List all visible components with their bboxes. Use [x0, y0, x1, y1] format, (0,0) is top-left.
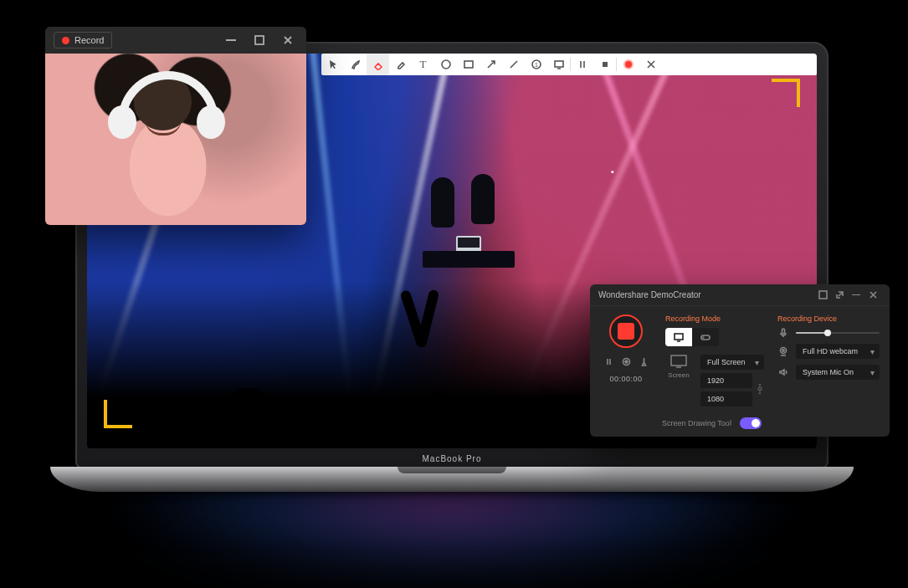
annotation-toolbar: T 1 [321, 54, 817, 75]
close-toolbar-button[interactable] [639, 54, 662, 75]
panel-popout-button[interactable] [814, 287, 831, 304]
close-icon [869, 290, 878, 299]
step-number-tool[interactable]: 1 [525, 54, 547, 75]
record-window-titlebar[interactable]: Record [45, 27, 306, 54]
minimize-icon [852, 294, 860, 296]
speaker-icon [777, 367, 789, 377]
slider-knob[interactable] [824, 330, 831, 336]
webcam-preview-image [45, 54, 306, 225]
mode-tab-screen[interactable] [665, 328, 692, 346]
capture-area-select[interactable]: Full Screen [700, 355, 764, 370]
dj-booth [423, 228, 515, 268]
smile [145, 119, 182, 135]
main-record-button[interactable] [609, 314, 643, 348]
recording-mode-column: Recording Mode Screen Full Screen ▾ [665, 314, 764, 406]
lock-link-icon [756, 384, 764, 394]
webcam-record-window: Record [45, 27, 306, 225]
laptop-brand-label: MacBook Pro [75, 454, 828, 463]
svg-point-0 [442, 60, 450, 69]
maximize-icon [254, 35, 264, 45]
panel-titlebar[interactable]: Wondershare DemoCreator [590, 284, 890, 306]
maximize-button[interactable] [249, 30, 269, 50]
performer-silhouette [431, 177, 454, 228]
svg-rect-13 [782, 329, 785, 334]
mic-volume-slider[interactable] [796, 332, 880, 334]
svg-text:1: 1 [535, 62, 538, 68]
aspect-lock-button[interactable] [756, 384, 764, 396]
mini-record-button[interactable] [621, 356, 631, 366]
svg-rect-6 [255, 36, 264, 44]
popout-icon [818, 290, 828, 299]
crop-mark-top-right[interactable] [772, 79, 800, 107]
panel-minimize-button[interactable] [848, 287, 864, 304]
close-button[interactable] [278, 30, 298, 50]
circle-tool[interactable] [434, 54, 457, 75]
recording-device-column: Recording Device Full HD webcam ▾ System [777, 314, 880, 406]
monitor-icon [674, 332, 684, 342]
crop-mark-bottom-left[interactable] [104, 400, 132, 428]
record-button-label: Record [74, 35, 104, 45]
svg-rect-1 [464, 61, 473, 68]
svg-point-15 [782, 350, 784, 351]
pause-button[interactable] [571, 54, 593, 75]
screen-drawing-tool-label: Screen Drawing Tool [662, 419, 731, 427]
rectangle-tool[interactable] [457, 54, 480, 75]
mini-pause-button[interactable] [603, 356, 613, 366]
screen-label: Screen [668, 371, 689, 379]
external-icon [835, 290, 844, 299]
screen-drawing-toggle[interactable] [740, 417, 762, 429]
panel-footer: Screen Drawing Tool [662, 417, 880, 429]
svg-rect-4 [555, 61, 563, 67]
brush-tool[interactable] [344, 54, 367, 75]
dj-laptop [456, 236, 481, 253]
gamepad-icon [700, 332, 710, 342]
webcam-select[interactable]: Full HD webcam [796, 344, 880, 359]
headphone-earcup [108, 105, 136, 139]
screen-source-icon-group: Screen [665, 355, 692, 406]
toggle-knob [752, 419, 760, 427]
record-indicator[interactable] [617, 54, 639, 75]
stop-button[interactable] [593, 54, 616, 75]
recording-mode-heading: Recording Mode [665, 314, 764, 323]
svg-rect-10 [675, 334, 683, 340]
svg-rect-5 [603, 62, 608, 67]
democreator-panel: Wondershare DemoCreator 00:00:00 Recordi… [590, 284, 890, 437]
close-icon [283, 35, 293, 45]
record-square-icon [618, 323, 634, 340]
svg-point-9 [625, 360, 628, 363]
system-audio-select[interactable]: System Mic On [796, 365, 880, 380]
record-circle-icon [622, 357, 631, 366]
recording-device-heading: Recording Device [777, 314, 880, 323]
record-button[interactable]: Record [54, 32, 112, 49]
mode-tab-game[interactable] [692, 328, 719, 346]
panel-external-button[interactable] [831, 287, 848, 304]
recording-timer: 00:00:00 [609, 375, 642, 383]
recording-mode-tabs [665, 328, 719, 346]
capture-height-input[interactable] [700, 391, 752, 406]
monitor-icon [670, 355, 687, 368]
marker-icon [639, 357, 649, 366]
whiteboard-tool[interactable] [547, 54, 570, 75]
text-tool[interactable]: T [412, 54, 434, 75]
capture-width-input[interactable] [700, 373, 752, 388]
cursor-tool[interactable] [321, 54, 344, 75]
eraser-tool[interactable] [367, 54, 389, 75]
record-dot-icon [623, 59, 634, 69]
minimize-icon [226, 39, 236, 41]
mini-marker-button[interactable] [639, 356, 649, 366]
headphone-earcup [197, 105, 225, 139]
performer-silhouette [471, 174, 495, 224]
arrow-tool[interactable] [480, 54, 502, 75]
highlighter-tool[interactable] [389, 54, 412, 75]
line-tool[interactable] [502, 54, 525, 75]
webcam-icon [777, 346, 789, 356]
laptop-base [50, 467, 854, 492]
svg-rect-12 [671, 355, 686, 366]
record-dot-icon [62, 37, 69, 44]
svg-point-14 [781, 348, 787, 354]
slider-fill [796, 332, 828, 334]
microphone-icon [777, 328, 789, 338]
minimize-button[interactable] [221, 30, 241, 50]
pause-icon [604, 357, 613, 366]
panel-close-button[interactable] [864, 287, 881, 304]
